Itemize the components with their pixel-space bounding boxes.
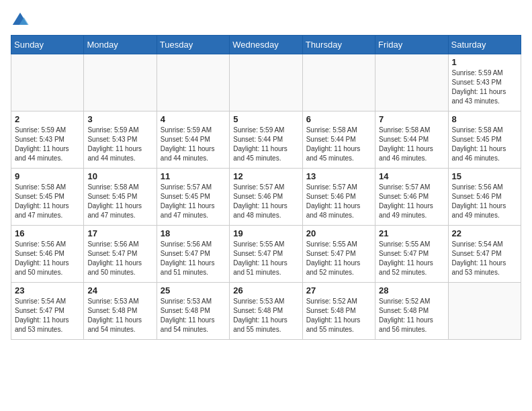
day-info: Sunrise: 5:58 AM Sunset: 5:45 PM Dayligh… <box>452 126 517 163</box>
calendar-cell: 25Sunrise: 5:53 AM Sunset: 5:48 PM Dayli… <box>157 283 229 340</box>
calendar-cell: 5Sunrise: 5:59 AM Sunset: 5:44 PM Daylig… <box>230 111 302 169</box>
day-info: Sunrise: 5:58 AM Sunset: 5:44 PM Dayligh… <box>379 126 444 163</box>
calendar-day-header: Saturday <box>448 36 521 54</box>
day-info: Sunrise: 5:56 AM Sunset: 5:47 PM Dayligh… <box>87 240 152 277</box>
day-number: 26 <box>233 285 298 295</box>
day-number: 16 <box>15 228 80 238</box>
day-number: 11 <box>161 171 226 181</box>
day-info: Sunrise: 5:54 AM Sunset: 5:47 PM Dayligh… <box>452 240 517 277</box>
calendar-cell: 1Sunrise: 5:59 AM Sunset: 5:43 PM Daylig… <box>448 54 521 111</box>
calendar-cell: 4Sunrise: 5:59 AM Sunset: 5:44 PM Daylig… <box>157 111 229 169</box>
calendar-cell: 16Sunrise: 5:56 AM Sunset: 5:46 PM Dayli… <box>11 226 84 283</box>
day-number: 19 <box>233 228 298 238</box>
day-info: Sunrise: 5:57 AM Sunset: 5:46 PM Dayligh… <box>379 183 444 220</box>
logo-icon <box>11 11 30 30</box>
day-info: Sunrise: 5:59 AM Sunset: 5:43 PM Dayligh… <box>15 126 80 163</box>
calendar-cell: 7Sunrise: 5:58 AM Sunset: 5:44 PM Daylig… <box>375 111 448 169</box>
calendar-cell: 23Sunrise: 5:54 AM Sunset: 5:47 PM Dayli… <box>11 283 84 340</box>
calendar-cell: 27Sunrise: 5:52 AM Sunset: 5:48 PM Dayli… <box>302 283 375 340</box>
logo <box>11 11 32 30</box>
calendar-cell <box>157 54 229 111</box>
calendar-cell: 2Sunrise: 5:59 AM Sunset: 5:43 PM Daylig… <box>11 111 84 169</box>
day-info: Sunrise: 5:55 AM Sunset: 5:47 PM Dayligh… <box>379 240 444 277</box>
calendar-cell: 12Sunrise: 5:57 AM Sunset: 5:46 PM Dayli… <box>230 169 302 226</box>
calendar-cell <box>302 54 375 111</box>
day-number: 1 <box>452 57 517 67</box>
day-info: Sunrise: 5:53 AM Sunset: 5:48 PM Dayligh… <box>87 297 152 334</box>
calendar-day-header: Tuesday <box>157 36 229 54</box>
day-number: 6 <box>306 114 371 124</box>
calendar-cell: 17Sunrise: 5:56 AM Sunset: 5:47 PM Dayli… <box>84 226 157 283</box>
calendar-cell: 6Sunrise: 5:58 AM Sunset: 5:44 PM Daylig… <box>302 111 375 169</box>
day-info: Sunrise: 5:57 AM Sunset: 5:45 PM Dayligh… <box>161 183 226 220</box>
calendar-cell: 3Sunrise: 5:59 AM Sunset: 5:43 PM Daylig… <box>84 111 157 169</box>
day-info: Sunrise: 5:55 AM Sunset: 5:47 PM Dayligh… <box>306 240 371 277</box>
day-info: Sunrise: 5:59 AM Sunset: 5:43 PM Dayligh… <box>452 68 517 106</box>
calendar-cell: 21Sunrise: 5:55 AM Sunset: 5:47 PM Dayli… <box>375 226 448 283</box>
day-number: 21 <box>379 228 444 238</box>
day-number: 18 <box>161 228 226 238</box>
day-number: 8 <box>452 114 517 124</box>
day-number: 20 <box>306 228 371 238</box>
day-info: Sunrise: 5:59 AM Sunset: 5:44 PM Dayligh… <box>161 126 226 163</box>
calendar-day-header: Monday <box>84 36 157 54</box>
calendar-cell: 28Sunrise: 5:52 AM Sunset: 5:48 PM Dayli… <box>375 283 448 340</box>
day-number: 4 <box>161 114 226 124</box>
calendar-day-header: Sunday <box>11 36 84 54</box>
day-info: Sunrise: 5:56 AM Sunset: 5:46 PM Dayligh… <box>15 240 80 277</box>
day-number: 9 <box>15 171 80 181</box>
day-info: Sunrise: 5:54 AM Sunset: 5:47 PM Dayligh… <box>15 297 80 334</box>
calendar-cell: 15Sunrise: 5:56 AM Sunset: 5:46 PM Dayli… <box>448 169 521 226</box>
day-info: Sunrise: 5:59 AM Sunset: 5:43 PM Dayligh… <box>87 126 152 163</box>
day-number: 15 <box>452 171 517 181</box>
calendar-cell <box>375 54 448 111</box>
calendar-cell: 10Sunrise: 5:58 AM Sunset: 5:45 PM Dayli… <box>84 169 157 226</box>
calendar-day-header: Thursday <box>302 36 375 54</box>
day-number: 23 <box>15 285 80 295</box>
day-number: 28 <box>379 285 444 295</box>
calendar-week-row: 1Sunrise: 5:59 AM Sunset: 5:43 PM Daylig… <box>11 54 521 111</box>
day-info: Sunrise: 5:57 AM Sunset: 5:46 PM Dayligh… <box>306 183 371 220</box>
calendar-cell: 18Sunrise: 5:56 AM Sunset: 5:47 PM Dayli… <box>157 226 229 283</box>
day-info: Sunrise: 5:56 AM Sunset: 5:47 PM Dayligh… <box>161 240 226 277</box>
calendar-header-row: SundayMondayTuesdayWednesdayThursdayFrid… <box>11 36 521 54</box>
day-info: Sunrise: 5:58 AM Sunset: 5:44 PM Dayligh… <box>306 126 371 163</box>
day-info: Sunrise: 5:56 AM Sunset: 5:46 PM Dayligh… <box>452 183 517 220</box>
day-number: 13 <box>306 171 371 181</box>
calendar-cell: 19Sunrise: 5:55 AM Sunset: 5:47 PM Dayli… <box>230 226 302 283</box>
day-info: Sunrise: 5:55 AM Sunset: 5:47 PM Dayligh… <box>233 240 298 277</box>
calendar-cell: 22Sunrise: 5:54 AM Sunset: 5:47 PM Dayli… <box>448 226 521 283</box>
day-number: 5 <box>233 114 298 124</box>
day-number: 27 <box>306 285 371 295</box>
page-header <box>11 11 521 30</box>
day-info: Sunrise: 5:57 AM Sunset: 5:46 PM Dayligh… <box>233 183 298 220</box>
day-info: Sunrise: 5:53 AM Sunset: 5:48 PM Dayligh… <box>233 297 298 334</box>
day-number: 12 <box>233 171 298 181</box>
calendar-cell <box>11 54 84 111</box>
day-info: Sunrise: 5:58 AM Sunset: 5:45 PM Dayligh… <box>87 183 152 220</box>
calendar-cell: 20Sunrise: 5:55 AM Sunset: 5:47 PM Dayli… <box>302 226 375 283</box>
day-info: Sunrise: 5:53 AM Sunset: 5:48 PM Dayligh… <box>161 297 226 334</box>
day-number: 25 <box>161 285 226 295</box>
calendar-cell: 11Sunrise: 5:57 AM Sunset: 5:45 PM Dayli… <box>157 169 229 226</box>
day-number: 10 <box>87 171 152 181</box>
day-info: Sunrise: 5:52 AM Sunset: 5:48 PM Dayligh… <box>306 297 371 334</box>
calendar-cell: 9Sunrise: 5:58 AM Sunset: 5:45 PM Daylig… <box>11 169 84 226</box>
day-info: Sunrise: 5:52 AM Sunset: 5:48 PM Dayligh… <box>379 297 444 334</box>
calendar-cell: 13Sunrise: 5:57 AM Sunset: 5:46 PM Dayli… <box>302 169 375 226</box>
day-number: 22 <box>452 228 517 238</box>
day-number: 2 <box>15 114 80 124</box>
calendar-day-header: Friday <box>375 36 448 54</box>
calendar-week-row: 9Sunrise: 5:58 AM Sunset: 5:45 PM Daylig… <box>11 169 521 226</box>
calendar-day-header: Wednesday <box>230 36 302 54</box>
calendar-cell: 8Sunrise: 5:58 AM Sunset: 5:45 PM Daylig… <box>448 111 521 169</box>
calendar-table: SundayMondayTuesdayWednesdayThursdayFrid… <box>11 35 521 340</box>
day-number: 14 <box>379 171 444 181</box>
day-number: 7 <box>379 114 444 124</box>
day-number: 17 <box>87 228 152 238</box>
calendar-week-row: 16Sunrise: 5:56 AM Sunset: 5:46 PM Dayli… <box>11 226 521 283</box>
day-number: 24 <box>87 285 152 295</box>
calendar-week-row: 2Sunrise: 5:59 AM Sunset: 5:43 PM Daylig… <box>11 111 521 169</box>
calendar-cell <box>448 283 521 340</box>
calendar-cell: 26Sunrise: 5:53 AM Sunset: 5:48 PM Dayli… <box>230 283 302 340</box>
